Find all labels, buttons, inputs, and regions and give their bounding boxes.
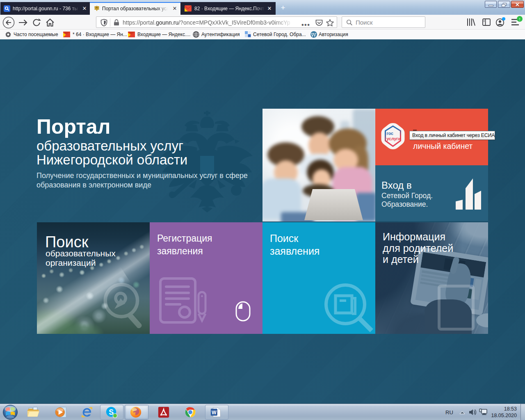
svg-text:гос: гос [387,131,394,136]
svg-text:услуги: услуги [387,136,401,141]
svg-text:W: W [212,410,217,415]
